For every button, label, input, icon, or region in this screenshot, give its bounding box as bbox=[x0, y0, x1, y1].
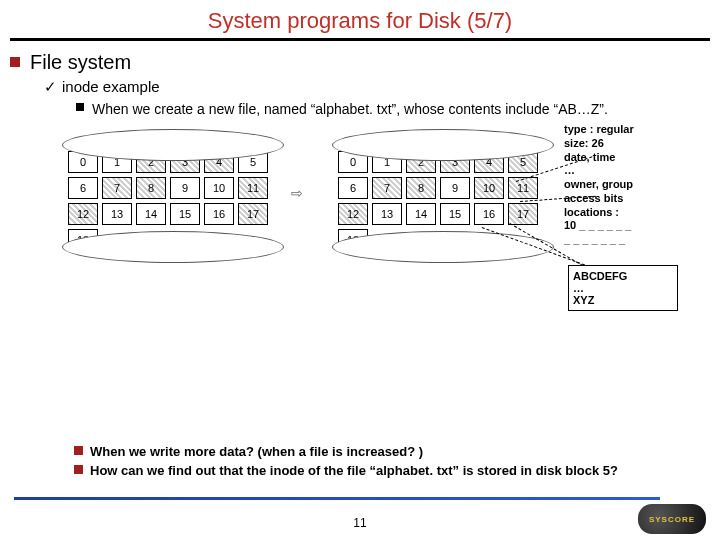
question-2: How can we find out that the inode of th… bbox=[90, 463, 720, 478]
disk-left: 0123456789101112131415161718.. bbox=[68, 151, 278, 251]
disk-block-cell: 6 bbox=[338, 177, 368, 199]
inode-line: locations : bbox=[564, 206, 682, 220]
disk-block-cell: 13 bbox=[102, 203, 132, 225]
bullet-l3-text: When we create a new file, named “alphab… bbox=[92, 101, 608, 117]
disk-block-cell: 8 bbox=[136, 177, 166, 199]
inode-line: 10 _ _ _ _ _ _ bbox=[564, 219, 682, 233]
disk-block-cell: 13 bbox=[372, 203, 402, 225]
question-1-text: When we write more data? (when a file is… bbox=[90, 444, 423, 459]
disk-top-icon bbox=[62, 129, 284, 161]
bullet-l3: When we create a new file, named “alphab… bbox=[92, 101, 700, 117]
inode-line: access bits bbox=[564, 192, 682, 206]
square-bullet-icon bbox=[76, 103, 84, 111]
disk-block-cell: 17 bbox=[508, 203, 538, 225]
disk-block-cell: 12 bbox=[338, 203, 368, 225]
inode-callout: type : regular size: 26 date, time … own… bbox=[564, 123, 682, 247]
question-2-text: How can we find out that the inode of th… bbox=[90, 463, 618, 478]
bullet-l2-text: inode example bbox=[62, 78, 160, 95]
footer-rule bbox=[14, 497, 660, 500]
disk-block-cell: 10 bbox=[204, 177, 234, 199]
disk-block-cell: 17 bbox=[238, 203, 268, 225]
bullet-l2: ✓inode example bbox=[62, 78, 700, 95]
disk-block-cell: 11 bbox=[508, 177, 538, 199]
inode-line: owner, group bbox=[564, 178, 682, 192]
bullet-l1-text: File system bbox=[30, 51, 131, 73]
inode-line: … bbox=[564, 164, 682, 178]
inode-line: type : regular bbox=[564, 123, 682, 137]
question-block: When we write more data? (when a file is… bbox=[0, 440, 720, 482]
disk-block-cell: 16 bbox=[474, 203, 504, 225]
square-bullet-icon bbox=[10, 57, 20, 67]
disk-block-cell: 10 bbox=[474, 177, 504, 199]
square-bullet-icon bbox=[74, 465, 83, 474]
inode-line: size: 26 bbox=[564, 137, 682, 151]
disk-block-cell: 16 bbox=[204, 203, 234, 225]
bullet-l1: File system bbox=[30, 51, 700, 74]
logo-badge: SYSCORE bbox=[638, 504, 706, 534]
disk-block-cell: 12 bbox=[68, 203, 98, 225]
check-icon: ✓ bbox=[44, 78, 57, 96]
disk-bottom-icon bbox=[332, 231, 554, 263]
disk-block-cell: 9 bbox=[440, 177, 470, 199]
inode-line: date, time bbox=[564, 151, 682, 165]
square-bullet-icon bbox=[74, 446, 83, 455]
disk-block-cell: 8 bbox=[406, 177, 436, 199]
disk-block-cell: 14 bbox=[136, 203, 166, 225]
diagram-area: 0123456789101112131415161718.. ⇨ 0123456… bbox=[28, 125, 700, 295]
inode-line: _ _ _ _ _ _ _ bbox=[564, 233, 682, 247]
arrow-right-icon: ⇨ bbox=[291, 185, 303, 201]
disk-block-cell: 14 bbox=[406, 203, 436, 225]
slide-title: System programs for Disk (5/7) bbox=[0, 0, 720, 38]
disk-block-cell: 9 bbox=[170, 177, 200, 199]
disk-block-cell: 15 bbox=[170, 203, 200, 225]
disk-block-cell: 7 bbox=[372, 177, 402, 199]
file-line: ABCDEFG bbox=[573, 270, 673, 282]
file-content-callout: ABCDEFG … XYZ bbox=[568, 265, 678, 311]
disk-block-cell: 11 bbox=[238, 177, 268, 199]
disk-right: 0123456789101112131415161718.. bbox=[338, 151, 548, 251]
disk-bottom-icon bbox=[62, 231, 284, 263]
disk-block-cell: 6 bbox=[68, 177, 98, 199]
disk-block-cell: 7 bbox=[102, 177, 132, 199]
disk-block-cell: 15 bbox=[440, 203, 470, 225]
page-number: 11 bbox=[0, 516, 720, 530]
file-line: XYZ bbox=[573, 294, 673, 306]
file-line: … bbox=[573, 282, 673, 294]
question-1: When we write more data? (when a file is… bbox=[90, 444, 720, 459]
disk-top-icon bbox=[332, 129, 554, 161]
